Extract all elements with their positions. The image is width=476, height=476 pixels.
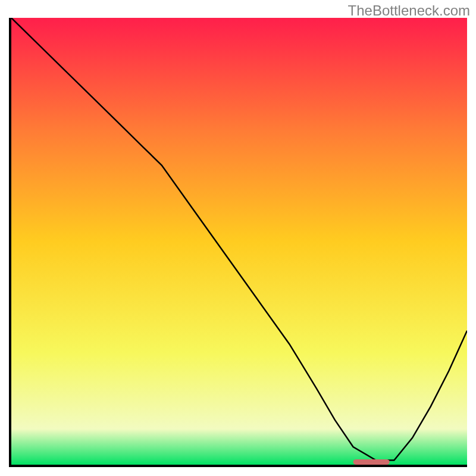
bottleneck-chart <box>9 18 467 467</box>
chart-container: TheBottleneck.com <box>0 0 476 476</box>
watermark-text: TheBottleneck.com <box>348 2 470 19</box>
optimal-marker <box>353 459 390 465</box>
